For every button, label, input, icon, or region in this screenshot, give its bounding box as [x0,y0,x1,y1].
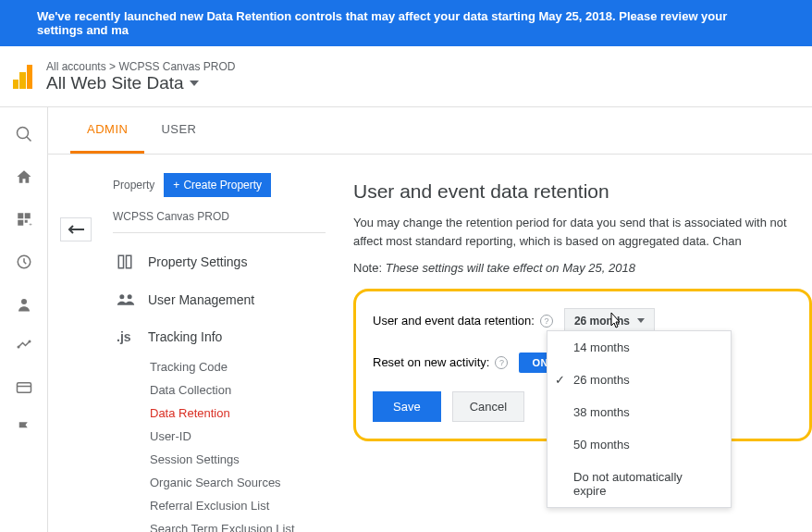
js-icon: .js [117,329,137,344]
search-icon[interactable] [16,126,32,142]
dd-option-26[interactable]: ✓26 months [547,364,731,396]
svg-text:+: + [29,221,32,227]
caret-down-icon [190,80,199,86]
flag-icon[interactable] [16,420,32,437]
svg-rect-9 [17,383,31,393]
highlight-box: User and event data retention: ? 26 mont… [353,289,812,441]
menu-property-settings[interactable]: Property Settings [113,242,326,281]
person-icon[interactable] [16,296,32,313]
check-icon: ✓ [555,373,565,387]
svg-rect-11 [118,255,123,268]
tab-admin[interactable]: ADMIN [70,107,144,154]
panel-description: You may change the retention period for … [353,214,812,250]
svg-rect-1 [24,213,30,218]
sub-user-id[interactable]: User-ID [150,425,326,448]
breadcrumb[interactable]: All accounts > WCPSS Canvas PROD [46,60,799,73]
tracking-sub-list: Tracking Code Data Collection Data Reten… [113,355,326,532]
tabs: ADMIN USER [48,107,812,155]
dashboard-icon[interactable]: + [16,211,32,228]
acquisition-icon[interactable] [16,339,32,355]
header: All accounts > WCPSS Canvas PROD All Web… [0,46,812,107]
cancel-button[interactable]: Cancel [452,391,524,422]
plus-icon: + [173,179,179,192]
sub-tracking-code[interactable]: Tracking Code [150,355,326,378]
sub-search-term-exclusion[interactable]: Search Term Exclusion List [150,517,326,532]
svg-point-13 [119,294,124,299]
svg-rect-12 [127,255,131,268]
create-property-button[interactable]: + Create Property [164,173,271,197]
menu-tracking-info[interactable]: .js Tracking Info [113,318,326,355]
svg-rect-0 [18,213,23,218]
back-button[interactable] [60,217,92,241]
conversions-icon[interactable] [16,381,32,394]
sub-organic-search[interactable]: Organic Search Sources [150,471,326,494]
icon-rail: + [0,107,48,532]
help-icon[interactable]: ? [495,356,508,369]
sub-session-settings[interactable]: Session Settings [150,448,326,471]
property-name[interactable]: WCPSS Canvas PROD [113,206,326,233]
svg-point-14 [128,294,132,299]
caret-down-icon [637,318,645,323]
retention-dropdown: 14 months ✓26 months 38 months 50 months… [547,330,732,508]
arrow-left-icon [68,224,84,235]
save-button[interactable]: Save [373,391,441,422]
settings-grid-icon [117,254,137,270]
clock-icon[interactable] [16,254,32,270]
dd-option-noexpire[interactable]: Do not automatically expire [547,461,731,507]
sub-referral-exclusion[interactable]: Referral Exclusion List [150,494,326,517]
svg-point-8 [28,340,31,343]
dd-option-38[interactable]: 38 months [547,396,731,428]
svg-point-7 [17,346,19,349]
people-icon [117,293,137,306]
analytics-logo [13,65,33,89]
sub-data-collection[interactable]: Data Collection [150,378,326,402]
panel-note: Note: These settings will take effect on… [353,259,812,278]
property-label: Property [113,179,154,192]
retention-label: User and event data retention: [373,314,535,328]
panel-title: User and event data retention [353,180,812,203]
sub-data-retention[interactable]: Data Retention [150,402,326,425]
svg-point-6 [21,299,27,304]
dd-option-14[interactable]: 14 months [547,331,731,364]
help-icon[interactable]: ? [540,315,553,328]
home-icon[interactable] [16,168,32,185]
svg-rect-3 [24,220,27,223]
reset-label: Reset on new activity: [373,355,489,369]
menu-user-management[interactable]: User Management [113,281,326,318]
view-selector[interactable]: All Web Site Data [46,73,799,93]
notification-banner: We've recently launched new Data Retenti… [0,0,812,46]
svg-rect-2 [18,220,23,226]
dd-option-50[interactable]: 50 months [547,428,731,461]
tab-user[interactable]: USER [144,107,213,154]
